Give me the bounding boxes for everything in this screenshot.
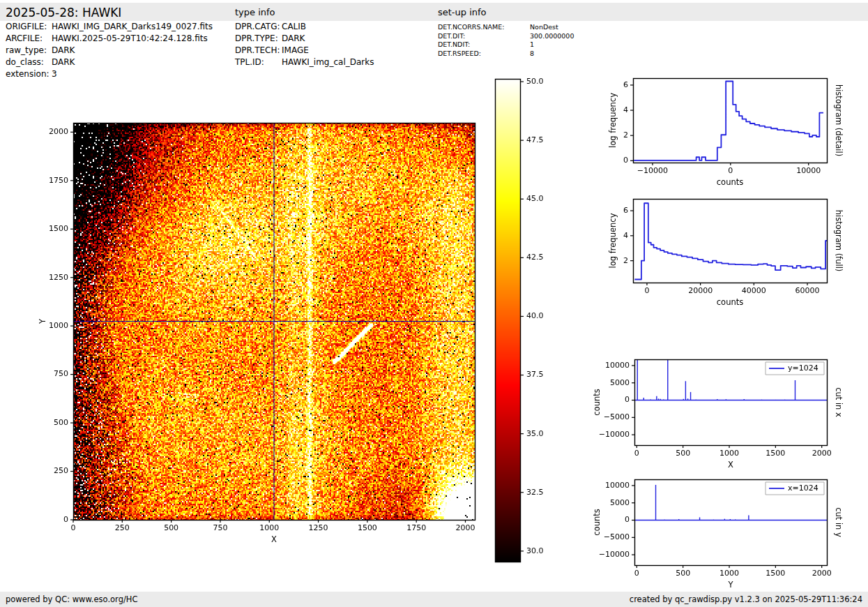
info-row: ARCFILE:HAWKI.2025-05-29T10:42:24.128.fi… xyxy=(6,33,213,45)
field-value: HAWKI_img_cal_Darks xyxy=(282,57,374,68)
info-row: DPR.TECH:IMAGE xyxy=(235,45,374,57)
info-row: DPR.CATG:CALIB xyxy=(235,21,374,33)
info-row: DET.NCORRS.NAME:NonDest xyxy=(438,23,574,32)
file-info-block: ORIGFILE:HAWKI_IMG_DARK_Darks149_0027.fi… xyxy=(6,21,213,80)
field-value: CALIB xyxy=(282,21,306,33)
info-row: DET.NDIT:1 xyxy=(438,40,574,50)
field-value: NonDest xyxy=(530,23,558,32)
info-row: TPL.ID:HAWKI_img_cal_Darks xyxy=(235,57,374,68)
info-row: do_class:DARK xyxy=(6,57,213,68)
field-label: ARCFILE: xyxy=(6,33,52,45)
setup-info-block: DET.NCORRS.NAME:NonDest DET.DIT:300.0000… xyxy=(438,23,574,58)
field-label: raw_type: xyxy=(6,45,52,57)
field-label: do_class: xyxy=(6,57,52,68)
info-row: extension:3 xyxy=(6,68,213,80)
field-label: TPL.ID: xyxy=(235,57,282,68)
qc-report-page: 2025-05-28: HAWKI type info set-up info … xyxy=(0,0,868,607)
histogram-detail-plot xyxy=(589,66,868,199)
field-value: HAWKI.2025-05-29T10:42:24.128.fits xyxy=(52,33,208,45)
histogram-full-plot xyxy=(589,187,868,320)
field-label: DPR.TYPE: xyxy=(235,33,282,45)
info-row: DPR.TYPE:DARK xyxy=(235,33,374,45)
field-label: DET.NDIT: xyxy=(438,40,530,50)
field-value: DARK xyxy=(282,33,305,45)
field-label: DET.RSPEED: xyxy=(438,50,530,59)
type-info-heading: type info xyxy=(235,7,275,17)
field-label: ORIGFILE: xyxy=(6,21,52,33)
field-label: DET.NCORRS.NAME: xyxy=(438,23,530,32)
field-label: DET.DIT: xyxy=(438,32,530,41)
footer-created-by: created by qc_rawdisp.py v1.2.3 on 2025-… xyxy=(630,594,862,604)
info-row: DET.DIT:300.0000000 xyxy=(438,32,574,41)
field-label: extension: xyxy=(6,68,52,80)
info-row: DET.RSPEED:8 xyxy=(438,50,574,59)
info-row: ORIGFILE:HAWKI_IMG_DARK_Darks149_0027.fi… xyxy=(6,21,213,33)
footer-powered-by: powered by QC: www.eso.org/HC xyxy=(6,594,137,604)
info-row: raw_type:DARK xyxy=(6,45,213,57)
field-value: DARK xyxy=(52,57,75,68)
header-bar xyxy=(0,3,868,21)
field-value: HAWKI_IMG_DARK_Darks149_0027.fits xyxy=(52,21,213,33)
field-label: DPR.TECH: xyxy=(235,45,282,57)
cut-in-y-plot xyxy=(589,467,868,597)
cut-in-x-plot xyxy=(589,347,868,473)
field-value: DARK xyxy=(52,45,75,57)
setup-info-heading: set-up info xyxy=(438,7,487,17)
type-info-block: DPR.CATG:CALIB DPR.TYPE:DARK DPR.TECH:IM… xyxy=(235,21,374,68)
field-value: 3 xyxy=(52,68,57,80)
field-value: 1 xyxy=(530,40,534,50)
field-value: 8 xyxy=(530,50,534,59)
dark-frame-image xyxy=(28,94,492,558)
colorbar xyxy=(488,70,572,579)
page-title: 2025-05-28: HAWKI xyxy=(6,6,121,20)
field-label: DPR.CATG: xyxy=(235,21,282,33)
field-value: 300.0000000 xyxy=(530,32,574,41)
field-value: IMAGE xyxy=(282,45,309,57)
